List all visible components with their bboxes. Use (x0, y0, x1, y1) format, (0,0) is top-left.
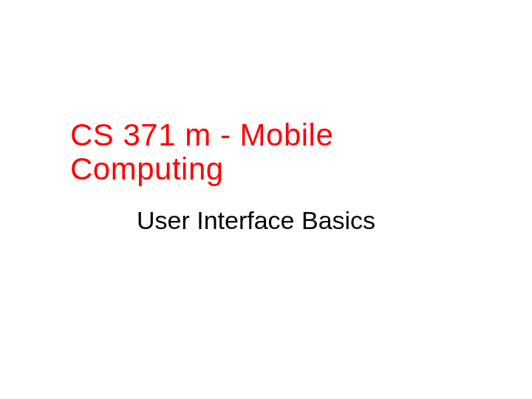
slide-title: CS 371 m - Mobile Computing (70, 118, 488, 186)
slide-container: CS 371 m - Mobile Computing User Interfa… (0, 0, 532, 399)
slide-subtitle: User Interface Basics (70, 207, 488, 234)
